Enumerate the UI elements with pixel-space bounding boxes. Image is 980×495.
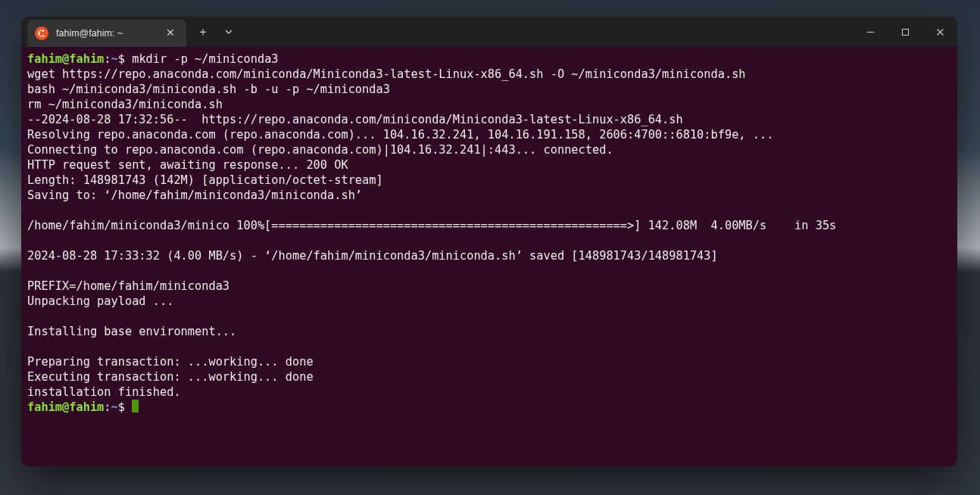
svg-point-1 bbox=[42, 30, 45, 32]
prompt-separator: : bbox=[104, 52, 111, 66]
output-line: installation finished. bbox=[27, 385, 181, 399]
prompt-separator: : bbox=[104, 400, 111, 414]
titlebar-drag-region[interactable] bbox=[241, 17, 853, 47]
output-line: /home/fahim/miniconda3/minico 100%[=====… bbox=[27, 219, 836, 232]
prompt-path: ~ bbox=[111, 400, 118, 414]
window-controls bbox=[853, 17, 957, 47]
output-line: bash ~/miniconda3/miniconda.sh -b -u -p … bbox=[27, 82, 390, 96]
tab-dropdown-button[interactable] bbox=[217, 20, 241, 44]
tab-title: fahim@fahim: ~ bbox=[56, 28, 156, 39]
svg-rect-3 bbox=[902, 29, 908, 35]
terminal-window: fahim@fahim: ~ ✕ ＋ fahim@fahim:~$ mkdir … bbox=[21, 17, 957, 466]
output-line: Resolving repo.anaconda.com (repo.anacon… bbox=[27, 128, 773, 142]
prompt-user: fahim@fahim bbox=[27, 52, 104, 66]
output-line: Installing base environment... bbox=[27, 325, 236, 338]
prompt-user: fahim@fahim bbox=[27, 400, 104, 414]
maximize-button[interactable] bbox=[888, 17, 922, 47]
output-line: Executing transaction: ...working... don… bbox=[27, 370, 314, 384]
output-line: Saving to: ‘/home/fahim/miniconda3/minic… bbox=[27, 188, 362, 202]
output-line: 2024-08-28 17:33:32 (4.00 MB/s) - ‘/home… bbox=[27, 249, 718, 263]
output-line: rm ~/miniconda3/miniconda.sh bbox=[27, 98, 223, 111]
ubuntu-logo-icon bbox=[35, 26, 48, 40]
terminal-tab[interactable]: fahim@fahim: ~ ✕ bbox=[27, 20, 186, 47]
titlebar[interactable]: fahim@fahim: ~ ✕ ＋ bbox=[21, 17, 957, 47]
prompt-path: ~ bbox=[111, 52, 118, 66]
tab-close-button[interactable]: ✕ bbox=[164, 26, 177, 40]
output-line: Length: 148981743 (142M) [application/oc… bbox=[27, 173, 383, 187]
close-button[interactable] bbox=[922, 17, 957, 47]
tab-actions: ＋ bbox=[186, 17, 241, 47]
output-line: HTTP request sent, awaiting response... … bbox=[27, 158, 348, 172]
output-line: PREFIX=/home/fahim/miniconda3 bbox=[27, 279, 229, 293]
prompt-symbol: $ bbox=[118, 52, 125, 66]
output-line: --2024-08-28 17:32:56-- https://repo.ana… bbox=[27, 113, 683, 126]
output-line: wget https://repo.anaconda.com/miniconda… bbox=[27, 67, 746, 81]
svg-point-2 bbox=[42, 35, 45, 37]
cursor-block-icon bbox=[132, 400, 139, 412]
prompt-symbol: $ bbox=[118, 400, 125, 414]
output-line: Connecting to repo.anaconda.com (repo.an… bbox=[27, 143, 613, 157]
output-line: Preparing transaction: ...working... don… bbox=[27, 355, 314, 369]
terminal-output[interactable]: fahim@fahim:~$ mkdir -p ~/miniconda3 wge… bbox=[21, 47, 957, 466]
minimize-button[interactable] bbox=[853, 17, 888, 47]
command-line: mkdir -p ~/miniconda3 bbox=[125, 52, 279, 66]
new-tab-button[interactable]: ＋ bbox=[191, 20, 215, 44]
output-line: Unpacking payload ... bbox=[27, 294, 173, 308]
